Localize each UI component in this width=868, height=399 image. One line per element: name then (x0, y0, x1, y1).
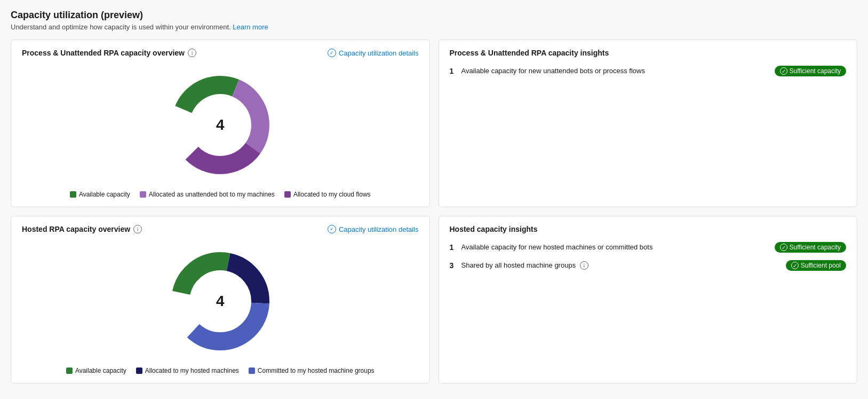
hosted-legend-item-2: Allocated to my hosted machines (136, 367, 239, 374)
hosted-legend-dot-available (66, 367, 73, 374)
legend-dot-unattended (140, 191, 146, 198)
legend-item-2: Allocated as unattended bot to my machin… (140, 191, 275, 198)
hosted-capacity-link[interactable]: Capacity utilization details (328, 225, 419, 233)
page-subtitle: Understand and optimize how capacity is … (11, 23, 857, 31)
hosted-legend-dot-machines (136, 367, 142, 374)
legend-item-3: Allocated to my cloud flows (284, 191, 371, 198)
process-overview-card: Process & Unattended RPA capacity overvi… (11, 40, 430, 207)
hosted-sufficient-pool-badge: Sufficient pool (786, 260, 846, 271)
process-insight-left-1: 1 Available capacity for new unattended … (450, 67, 775, 75)
process-insights-card: Process & Unattended RPA capacity insigh… (439, 40, 858, 207)
process-sufficient-capacity-badge: Sufficient capacity (775, 66, 847, 76)
hosted-legend-item-1: Available capacity (66, 367, 126, 374)
process-overview-title-group: Process & Unattended RPA capacity overvi… (22, 49, 196, 57)
legend-dot-cloud (284, 191, 291, 198)
hosted-capacity-link-icon (328, 225, 336, 233)
process-donut-center: 4 (216, 116, 225, 134)
hosted-insights-title: Hosted capacity insights (450, 225, 847, 233)
hosted-overview-title-group: Hosted RPA capacity overview i (22, 225, 142, 233)
process-overview-title: Process & Unattended RPA capacity overvi… (22, 49, 185, 57)
page-title: Capacity utilization (preview) (11, 10, 857, 21)
process-donut-wrap: 4 (164, 69, 276, 181)
process-capacity-link-icon (328, 49, 336, 57)
process-overview-info-icon[interactable]: i (188, 49, 196, 57)
legend-dot-available (70, 191, 76, 198)
hosted-chart-area: 4 Available capacity Allocated to my hos… (22, 240, 419, 374)
hosted-insights-card: Hosted capacity insights 1 Available cap… (439, 216, 858, 384)
process-chart-area: 4 Available capacity Allocated as unatte… (22, 64, 419, 198)
process-insight-row-1: 1 Available capacity for new unattended … (450, 66, 847, 76)
learn-more-link[interactable]: Learn more (233, 23, 268, 31)
hosted-legend-dot-groups (249, 367, 255, 374)
hosted-insight-row-1: 1 Available capacity for new hosted mach… (450, 242, 847, 253)
hosted-legend-item-3: Committed to my hosted machine groups (249, 367, 375, 374)
process-legend: Available capacity Allocated as unattend… (70, 191, 371, 198)
process-capacity-link[interactable]: Capacity utilization details (328, 49, 419, 57)
page-container: Capacity utilization (preview) Understan… (0, 0, 868, 399)
hosted-legend: Available capacity Allocated to my hoste… (66, 367, 375, 374)
legend-item-1: Available capacity (70, 191, 130, 198)
hosted-overview-card: Hosted RPA capacity overview i Capacity … (11, 216, 430, 384)
shared-groups-info-icon[interactable]: i (580, 261, 588, 270)
top-row: Process & Unattended RPA capacity overvi… (11, 40, 857, 207)
process-overview-header: Process & Unattended RPA capacity overvi… (22, 49, 419, 57)
hosted-overview-title: Hosted RPA capacity overview (22, 225, 130, 233)
hosted-insight-left-1: 1 Available capacity for new hosted mach… (450, 243, 775, 252)
bottom-row: Hosted RPA capacity overview i Capacity … (11, 216, 857, 384)
hosted-sufficient-capacity-badge: Sufficient capacity (775, 242, 847, 253)
hosted-donut-wrap: 4 (164, 245, 276, 357)
hosted-overview-info-icon[interactable]: i (133, 225, 142, 233)
hosted-donut-center: 4 (216, 293, 225, 310)
hosted-insight-left-2: 3 Shared by all hosted machine groups i (450, 261, 786, 270)
hosted-overview-header: Hosted RPA capacity overview i Capacity … (22, 225, 419, 233)
hosted-insight-row-2: 3 Shared by all hosted machine groups i … (450, 260, 847, 271)
process-insights-title: Process & Unattended RPA capacity insigh… (450, 49, 847, 57)
